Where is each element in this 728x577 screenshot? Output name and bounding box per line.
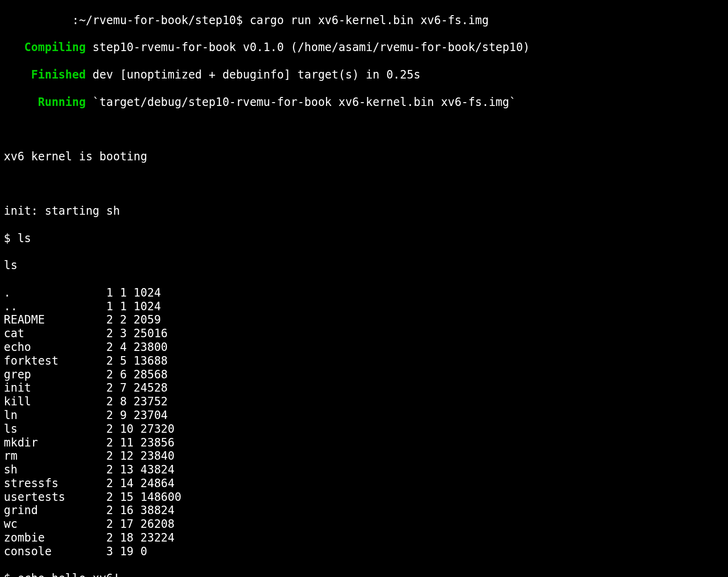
command-prompt-line: :~/rvemu-for-book/step10$ cargo run xv6-… xyxy=(4,14,724,27)
file-row: kill 2 8 23752 xyxy=(4,395,724,409)
file-row: mkdir 2 11 23856 xyxy=(4,436,724,450)
file-row: ln 2 9 23704 xyxy=(4,409,724,422)
file-row: grind 2 16 38824 xyxy=(4,504,724,517)
file-row: forktest 2 5 13688 xyxy=(4,354,724,368)
boot-message: xv6 kernel is booting xyxy=(4,150,724,164)
blank-line xyxy=(4,122,724,136)
ls-command: ls xyxy=(17,232,31,245)
file-row: zombie 2 18 23224 xyxy=(4,531,724,545)
terminal-output[interactable]: :~/rvemu-for-book/step10$ cargo run xv6-… xyxy=(0,0,728,577)
file-row: .. 1 1 1024 xyxy=(4,300,724,314)
compiling-line: Compiling step10-rvemu-for-book v0.1.0 (… xyxy=(4,41,724,54)
file-row: cat 2 3 25016 xyxy=(4,327,724,341)
finished-text: dev [unoptimized + debuginfo] target(s) … xyxy=(86,68,420,81)
init-message: init: starting sh xyxy=(4,204,724,218)
ls-echo: ls xyxy=(4,259,724,272)
shell-prompt: $ xyxy=(4,232,17,245)
running-text: `target/debug/step10-rvemu-for-book xv6-… xyxy=(86,96,516,109)
compiling-text: step10-rvemu-for-book v0.1.0 (/home/asam… xyxy=(86,41,529,54)
file-row: stressfs 2 14 24864 xyxy=(4,477,724,490)
file-row: wc 2 17 26208 xyxy=(4,517,724,531)
file-row: init 2 7 24528 xyxy=(4,381,724,395)
file-row: grep 2 6 28568 xyxy=(4,368,724,382)
file-row: console 3 19 0 xyxy=(4,545,724,559)
echo-command-line: $ echo hello xv6! xyxy=(4,572,724,577)
ls-command-line: $ ls xyxy=(4,232,724,245)
file-row: echo 2 4 23800 xyxy=(4,341,724,354)
echo-command: echo hello xv6! xyxy=(17,572,120,577)
file-row: sh 2 13 43824 xyxy=(4,463,724,477)
prompt-prefix: :~/rvemu-for-book/step10$ xyxy=(4,14,250,27)
cargo-command: cargo run xv6-kernel.bin xv6-fs.img xyxy=(250,14,489,27)
file-row: . 1 1 1024 xyxy=(4,286,724,300)
ls-output-list: . 1 1 1024.. 1 1 1024README 2 2 2059cat … xyxy=(4,286,724,559)
compiling-label: Compiling xyxy=(4,41,86,54)
blank-line xyxy=(4,177,724,191)
file-row: README 2 2 2059 xyxy=(4,313,724,327)
shell-prompt: $ xyxy=(4,572,17,577)
file-row: rm 2 12 23840 xyxy=(4,449,724,463)
finished-line: Finished dev [unoptimized + debuginfo] t… xyxy=(4,68,724,82)
running-line: Running `target/debug/step10-rvemu-for-b… xyxy=(4,96,724,109)
finished-label: Finished xyxy=(4,68,86,81)
file-row: ls 2 10 27320 xyxy=(4,422,724,436)
running-label: Running xyxy=(4,96,86,109)
file-row: usertests 2 15 148600 xyxy=(4,490,724,504)
